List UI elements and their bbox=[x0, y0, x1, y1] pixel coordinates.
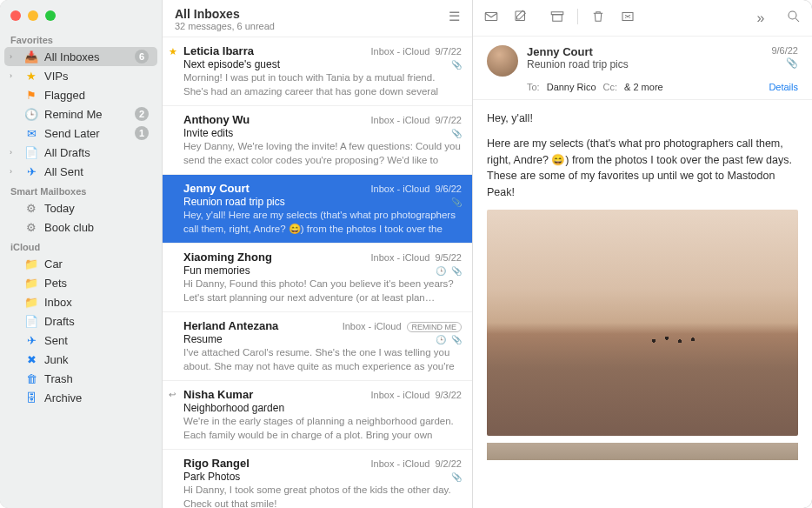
sidebar-item-label: Book club bbox=[44, 221, 149, 234]
sidebar-item-folder-inbox[interactable]: 📁Inbox bbox=[4, 292, 157, 311]
search-icon[interactable] bbox=[784, 9, 803, 28]
star-icon: ★ bbox=[169, 46, 177, 57]
to-value: Danny Rico bbox=[547, 82, 596, 92]
message-mailbox: Inbox - iCloud bbox=[371, 252, 430, 263]
message-item[interactable]: Jenny CourtInbox - iCloud9/6/22Reunion r… bbox=[163, 175, 472, 244]
cc-label: Cc: bbox=[603, 82, 618, 92]
sidebar-item-label: All Drafts bbox=[44, 146, 149, 159]
sidebar-item-folder-junk[interactable]: ✖Junk bbox=[4, 350, 157, 369]
junk-icon[interactable] bbox=[618, 9, 637, 28]
minimize-window-button[interactable] bbox=[28, 10, 38, 21]
sidebar-item-folder-car[interactable]: 📁Car bbox=[4, 254, 157, 273]
mailbox-title: All Inboxes bbox=[175, 7, 449, 21]
sidebar-item-folder-archive[interactable]: 🗄Archive bbox=[4, 388, 157, 407]
chevron-right-icon[interactable]: › bbox=[10, 167, 12, 176]
svg-rect-0 bbox=[485, 12, 497, 20]
clock-icon: 🕒 bbox=[436, 266, 446, 276]
compose-icon[interactable] bbox=[511, 9, 530, 28]
message-preview: We're in the early stages of planning a … bbox=[183, 415, 462, 442]
message-preview: Hi Danny, I took some great photos of th… bbox=[183, 484, 462, 508]
message-mailbox: Inbox - iCloud bbox=[371, 115, 430, 125]
all-inboxes-icon: 📥 bbox=[23, 50, 39, 64]
mailbox-subtitle: 32 messages, 6 unread bbox=[175, 21, 449, 31]
details-link[interactable]: Details bbox=[769, 82, 798, 92]
message-item[interactable]: ★Leticia IbarraInbox - iCloud9/7/22Next … bbox=[163, 37, 472, 106]
sidebar-item-folder-sent[interactable]: ✈Sent bbox=[4, 331, 157, 350]
message-preview: Hey, y'all! Here are my selects (that's … bbox=[183, 209, 462, 236]
message-mailbox: Inbox - iCloud bbox=[371, 184, 430, 194]
message-item[interactable]: Rigo RangelInbox - iCloud9/2/22Park Phot… bbox=[163, 450, 472, 508]
sidebar-item-folder-pets[interactable]: 📁Pets bbox=[4, 273, 157, 292]
sidebar-item-remind-me[interactable]: 🕒Remind Me2 bbox=[4, 104, 157, 124]
sidebar-item-book-club[interactable]: ⚙Book club bbox=[4, 217, 157, 237]
list-header: All Inboxes 32 messages, 6 unread ☰ bbox=[163, 0, 472, 37]
sidebar-item-label: Send Later bbox=[44, 127, 135, 140]
message-date: 9/7/22 bbox=[435, 46, 462, 57]
toolbar: » bbox=[473, 0, 812, 37]
message-subject: Resume bbox=[183, 333, 430, 345]
sidebar-item-label: Inbox bbox=[44, 296, 149, 309]
message-from: Rigo Rangel bbox=[183, 457, 366, 470]
book-club-icon: ⚙ bbox=[23, 221, 39, 234]
message-item[interactable]: ↩Nisha KumarInbox - iCloud9/3/22Neighbor… bbox=[163, 381, 472, 450]
chevron-right-icon[interactable]: › bbox=[10, 52, 12, 61]
filter-icon[interactable]: ☰ bbox=[449, 7, 460, 24]
message-mailbox: Inbox - iCloud bbox=[371, 46, 430, 57]
sidebar-item-today[interactable]: ⚙Today bbox=[4, 198, 157, 217]
sidebar-item-send-later[interactable]: ✉Send Later1 bbox=[4, 124, 157, 143]
message-date: 9/6/22 bbox=[435, 184, 462, 194]
message-from: Nisha Kumar bbox=[183, 388, 366, 401]
body-paragraph: Hey, y'all! bbox=[487, 110, 798, 127]
message-preview: Hi Danny, Found this photo! Can you beli… bbox=[183, 277, 462, 304]
archive-icon[interactable] bbox=[548, 9, 567, 28]
close-window-button[interactable] bbox=[10, 10, 21, 21]
envelope-icon[interactable] bbox=[482, 9, 501, 28]
folder-inbox-icon: 📁 bbox=[23, 296, 39, 309]
message-subject: Park Photos bbox=[183, 471, 446, 483]
sidebar-item-label: Trash bbox=[44, 372, 149, 385]
attached-photo[interactable] bbox=[487, 443, 798, 460]
sidebar: Favorites›📥All Inboxes6›★VIPs⚑Flagged🕒Re… bbox=[0, 0, 163, 508]
today-icon: ⚙ bbox=[23, 202, 39, 215]
sidebar-item-folder-trash[interactable]: 🗑Trash bbox=[4, 369, 157, 388]
toolbar-divider bbox=[577, 9, 578, 24]
sidebar-item-all-drafts[interactable]: ›📄All Drafts bbox=[4, 143, 157, 162]
sidebar-section-label: iCloud bbox=[0, 237, 162, 254]
sidebar-item-label: All Inboxes bbox=[44, 50, 135, 64]
message-date: 9/7/22 bbox=[435, 115, 462, 125]
message-item[interactable]: Herland AntezanaInbox - iCloudREMIND MER… bbox=[163, 312, 472, 381]
sidebar-section-label: Favorites bbox=[0, 30, 162, 47]
message-mailbox: Inbox - iCloud bbox=[371, 458, 430, 469]
remind-me-badge: REMIND ME bbox=[407, 322, 463, 332]
sidebar-item-vips[interactable]: ›★VIPs bbox=[4, 66, 157, 85]
message-subject: Neighborhood garden bbox=[183, 402, 462, 414]
chevron-right-icon[interactable]: › bbox=[10, 148, 12, 157]
message-list[interactable]: ★Leticia IbarraInbox - iCloud9/7/22Next … bbox=[163, 37, 472, 508]
trash-icon[interactable] bbox=[589, 9, 608, 28]
sidebar-section-label: Smart Mailboxes bbox=[0, 181, 162, 198]
chevron-right-icon[interactable]: › bbox=[10, 71, 12, 80]
all-drafts-icon: 📄 bbox=[23, 146, 39, 159]
more-icon[interactable]: » bbox=[751, 10, 770, 26]
sidebar-item-label: Archive bbox=[44, 391, 149, 404]
clock-icon: 🕒 bbox=[436, 335, 446, 344]
reply-icon: ↩ bbox=[169, 390, 176, 399]
message-body: Hey, y'all! Here are my selects (that's … bbox=[473, 100, 812, 508]
message-date: 9/3/22 bbox=[435, 390, 462, 400]
sidebar-item-folder-drafts[interactable]: 📄Drafts bbox=[4, 311, 157, 331]
message-item[interactable]: Anthony WuInbox - iCloud9/7/22Invite edi… bbox=[163, 106, 472, 175]
message-subject: Fun memories bbox=[183, 264, 430, 277]
sidebar-item-all-sent[interactable]: ›✈All Sent bbox=[4, 162, 157, 181]
message-from: Jenny Court bbox=[527, 45, 762, 58]
message-item[interactable]: Xiaoming ZhongInbox - iCloud9/5/22Fun me… bbox=[163, 244, 472, 312]
sidebar-item-flagged[interactable]: ⚑Flagged bbox=[4, 85, 157, 104]
sidebar-item-label: Drafts bbox=[44, 315, 149, 328]
folder-sent-icon: ✈ bbox=[23, 334, 39, 347]
message-date: 9/2/22 bbox=[435, 458, 462, 469]
attached-photo[interactable] bbox=[487, 210, 798, 436]
sidebar-item-label: Today bbox=[44, 202, 149, 215]
message-from: Jenny Court bbox=[183, 182, 366, 195]
sidebar-item-all-inboxes[interactable]: ›📥All Inboxes6 bbox=[4, 47, 157, 66]
sidebar-item-label: Car bbox=[44, 257, 149, 271]
fullscreen-window-button[interactable] bbox=[45, 10, 56, 21]
